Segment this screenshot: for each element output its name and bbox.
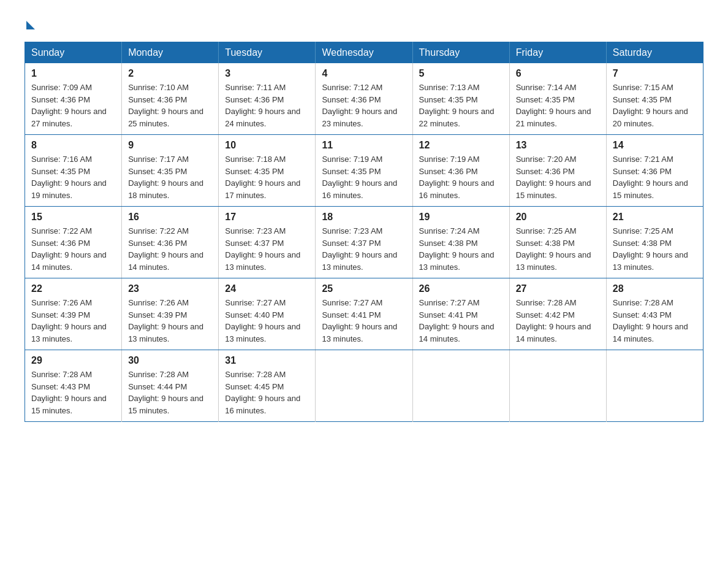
table-row <box>606 350 703 422</box>
table-row: 13 Sunrise: 7:20 AM Sunset: 4:36 PM Dayl… <box>509 135 606 207</box>
header-saturday: Saturday <box>606 42 703 64</box>
daylight-label: Daylight: 9 hours and 14 minutes. <box>31 250 107 272</box>
sunset-label: Sunset: 4:36 PM <box>516 167 575 176</box>
table-row: 23 Sunrise: 7:26 AM Sunset: 4:39 PM Dayl… <box>122 278 219 350</box>
sunset-label: Sunset: 4:35 PM <box>322 167 381 176</box>
sunset-label: Sunset: 4:35 PM <box>225 167 284 176</box>
sunset-label: Sunset: 4:36 PM <box>128 239 187 248</box>
sunrise-label: Sunrise: 7:26 AM <box>31 298 92 307</box>
day-number: 13 <box>516 140 600 151</box>
day-info: Sunrise: 7:18 AM Sunset: 4:35 PM Dayligh… <box>225 153 309 201</box>
table-row: 9 Sunrise: 7:17 AM Sunset: 4:35 PM Dayli… <box>122 135 219 207</box>
sunset-label: Sunset: 4:41 PM <box>322 310 381 320</box>
sunrise-label: Sunrise: 7:28 AM <box>31 370 92 379</box>
calendar-week-row: 15 Sunrise: 7:22 AM Sunset: 4:36 PM Dayl… <box>25 207 703 278</box>
header-sunday: Sunday <box>25 42 122 64</box>
sunrise-label: Sunrise: 7:19 AM <box>419 155 480 164</box>
table-row: 29 Sunrise: 7:28 AM Sunset: 4:43 PM Dayl… <box>25 350 122 422</box>
day-info: Sunrise: 7:28 AM Sunset: 4:43 PM Dayligh… <box>31 369 115 416</box>
sunrise-label: Sunrise: 7:28 AM <box>613 298 673 307</box>
table-row: 3 Sunrise: 7:11 AM Sunset: 4:36 PM Dayli… <box>219 63 316 135</box>
sunrise-label: Sunrise: 7:23 AM <box>322 226 382 236</box>
table-row <box>412 350 509 422</box>
daylight-label: Daylight: 9 hours and 16 minutes. <box>322 178 397 200</box>
sunrise-label: Sunrise: 7:16 AM <box>31 155 92 164</box>
day-number: 20 <box>516 212 600 223</box>
calendar-week-row: 29 Sunrise: 7:28 AM Sunset: 4:43 PM Dayl… <box>25 350 703 422</box>
daylight-label: Daylight: 9 hours and 14 minutes. <box>613 322 688 343</box>
day-info: Sunrise: 7:11 AM Sunset: 4:36 PM Dayligh… <box>225 82 309 129</box>
table-row: 12 Sunrise: 7:19 AM Sunset: 4:36 PM Dayl… <box>412 135 509 207</box>
day-info: Sunrise: 7:28 AM Sunset: 4:44 PM Dayligh… <box>128 369 212 416</box>
sunset-label: Sunset: 4:37 PM <box>225 239 284 248</box>
sunset-label: Sunset: 4:35 PM <box>31 167 90 176</box>
table-row: 19 Sunrise: 7:24 AM Sunset: 4:38 PM Dayl… <box>412 207 509 278</box>
day-info: Sunrise: 7:28 AM Sunset: 4:42 PM Dayligh… <box>516 297 600 345</box>
sunset-label: Sunset: 4:35 PM <box>613 95 672 104</box>
sunset-label: Sunset: 4:35 PM <box>516 95 575 104</box>
sunset-label: Sunset: 4:42 PM <box>516 310 575 320</box>
day-number: 14 <box>613 140 697 151</box>
daylight-label: Daylight: 9 hours and 15 minutes. <box>31 394 107 415</box>
day-info: Sunrise: 7:23 AM Sunset: 4:37 PM Dayligh… <box>225 225 309 273</box>
sunrise-label: Sunrise: 7:23 AM <box>225 226 286 236</box>
day-info: Sunrise: 7:24 AM Sunset: 4:38 PM Dayligh… <box>419 225 503 273</box>
daylight-label: Daylight: 9 hours and 23 minutes. <box>322 107 397 128</box>
table-row: 21 Sunrise: 7:25 AM Sunset: 4:38 PM Dayl… <box>606 207 703 278</box>
table-row: 28 Sunrise: 7:28 AM Sunset: 4:43 PM Dayl… <box>606 278 703 350</box>
table-row <box>316 350 412 422</box>
sunrise-label: Sunrise: 7:25 AM <box>613 226 673 236</box>
sunset-label: Sunset: 4:39 PM <box>128 310 187 320</box>
table-row: 24 Sunrise: 7:27 AM Sunset: 4:40 PM Dayl… <box>219 278 316 350</box>
daylight-label: Daylight: 9 hours and 13 minutes. <box>322 250 397 272</box>
calendar-week-row: 22 Sunrise: 7:26 AM Sunset: 4:39 PM Dayl… <box>25 278 703 350</box>
day-number: 9 <box>128 140 212 151</box>
header-monday: Monday <box>122 42 219 64</box>
day-info: Sunrise: 7:27 AM Sunset: 4:41 PM Dayligh… <box>322 297 406 345</box>
day-number: 31 <box>225 355 309 366</box>
day-info: Sunrise: 7:09 AM Sunset: 4:36 PM Dayligh… <box>31 82 115 129</box>
day-number: 15 <box>31 212 115 223</box>
day-number: 8 <box>31 140 115 151</box>
table-row: 5 Sunrise: 7:13 AM Sunset: 4:35 PM Dayli… <box>412 63 509 135</box>
sunrise-label: Sunrise: 7:27 AM <box>419 298 480 307</box>
sunrise-label: Sunrise: 7:22 AM <box>31 226 92 236</box>
daylight-label: Daylight: 9 hours and 27 minutes. <box>31 107 107 128</box>
sunrise-label: Sunrise: 7:13 AM <box>419 83 480 92</box>
daylight-label: Daylight: 9 hours and 15 minutes. <box>613 178 688 200</box>
table-row: 20 Sunrise: 7:25 AM Sunset: 4:38 PM Dayl… <box>509 207 606 278</box>
day-number: 17 <box>225 212 309 223</box>
sunset-label: Sunset: 4:36 PM <box>128 95 187 104</box>
table-row: 1 Sunrise: 7:09 AM Sunset: 4:36 PM Dayli… <box>25 63 122 135</box>
day-info: Sunrise: 7:20 AM Sunset: 4:36 PM Dayligh… <box>516 153 600 201</box>
table-row: 6 Sunrise: 7:14 AM Sunset: 4:35 PM Dayli… <box>509 63 606 135</box>
sunrise-label: Sunrise: 7:22 AM <box>128 226 189 236</box>
day-info: Sunrise: 7:14 AM Sunset: 4:35 PM Dayligh… <box>516 82 600 129</box>
daylight-label: Daylight: 9 hours and 16 minutes. <box>225 394 300 415</box>
table-row: 2 Sunrise: 7:10 AM Sunset: 4:36 PM Dayli… <box>122 63 219 135</box>
day-info: Sunrise: 7:26 AM Sunset: 4:39 PM Dayligh… <box>31 297 115 345</box>
daylight-label: Daylight: 9 hours and 14 minutes. <box>128 250 203 272</box>
daylight-label: Daylight: 9 hours and 24 minutes. <box>225 107 300 128</box>
day-info: Sunrise: 7:27 AM Sunset: 4:41 PM Dayligh… <box>419 297 503 345</box>
sunrise-label: Sunrise: 7:28 AM <box>128 370 189 379</box>
day-info: Sunrise: 7:19 AM Sunset: 4:36 PM Dayligh… <box>419 153 503 201</box>
day-number: 5 <box>419 68 503 79</box>
sunset-label: Sunset: 4:39 PM <box>31 310 90 320</box>
sunset-label: Sunset: 4:41 PM <box>419 310 478 320</box>
table-row: 11 Sunrise: 7:19 AM Sunset: 4:35 PM Dayl… <box>316 135 412 207</box>
day-number: 22 <box>31 283 115 294</box>
daylight-label: Daylight: 9 hours and 13 minutes. <box>128 322 203 343</box>
sunrise-label: Sunrise: 7:28 AM <box>516 298 577 307</box>
day-number: 29 <box>31 355 115 366</box>
day-number: 12 <box>419 140 503 151</box>
table-row: 26 Sunrise: 7:27 AM Sunset: 4:41 PM Dayl… <box>412 278 509 350</box>
day-number: 23 <box>128 283 212 294</box>
table-row: 31 Sunrise: 7:28 AM Sunset: 4:45 PM Dayl… <box>219 350 316 422</box>
day-number: 27 <box>516 283 600 294</box>
sunset-label: Sunset: 4:35 PM <box>419 95 478 104</box>
day-info: Sunrise: 7:28 AM Sunset: 4:43 PM Dayligh… <box>613 297 697 345</box>
day-info: Sunrise: 7:23 AM Sunset: 4:37 PM Dayligh… <box>322 225 406 273</box>
page-header <box>25 18 703 29</box>
sunset-label: Sunset: 4:36 PM <box>225 95 284 104</box>
